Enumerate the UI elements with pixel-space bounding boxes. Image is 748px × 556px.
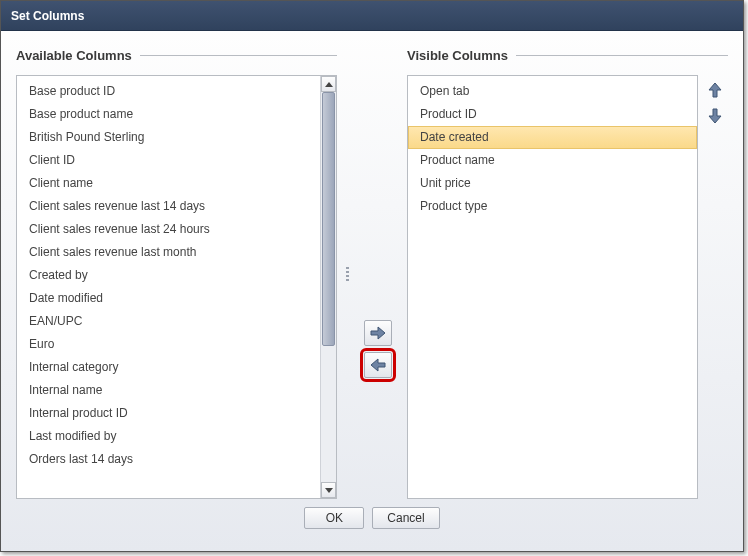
list-item[interactable]: EAN/UPC xyxy=(17,310,320,333)
reorder-controls xyxy=(702,75,728,499)
transfer-controls xyxy=(357,48,399,499)
available-header: Available Columns xyxy=(16,48,337,63)
list-item[interactable]: Client sales revenue last 14 days xyxy=(17,195,320,218)
scroll-down-button[interactable] xyxy=(321,482,336,498)
visible-label: Visible Columns xyxy=(407,48,508,63)
visible-list-inner: Open tabProduct IDDate createdProduct na… xyxy=(408,76,697,498)
list-item[interactable]: British Pound Sterling xyxy=(17,126,320,149)
list-item[interactable]: Product ID xyxy=(408,103,697,126)
list-item[interactable]: Base product ID xyxy=(17,80,320,103)
scroll-up-button[interactable] xyxy=(321,76,336,92)
move-left-button[interactable] xyxy=(364,352,392,378)
list-item[interactable]: Client name xyxy=(17,172,320,195)
triangle-up-icon xyxy=(325,82,333,87)
arrow-down-icon xyxy=(708,108,722,124)
scroll-thumb[interactable] xyxy=(322,92,335,346)
arrow-right-icon xyxy=(370,326,386,340)
visible-header: Visible Columns xyxy=(407,48,728,63)
list-item[interactable]: Unit price xyxy=(408,172,697,195)
visible-listbox[interactable]: Open tabProduct IDDate createdProduct na… xyxy=(407,75,698,499)
dialog-content: Available Columns Base product IDBase pr… xyxy=(1,31,743,551)
scrollbar[interactable] xyxy=(320,76,336,498)
visible-fieldset: Visible Columns Open tabProduct IDDate c… xyxy=(407,48,728,499)
list-item[interactable]: Orders last 14 days xyxy=(17,448,320,471)
list-item[interactable]: Euro xyxy=(17,333,320,356)
list-item[interactable]: Product name xyxy=(408,149,697,172)
list-item[interactable]: Open tab xyxy=(408,80,697,103)
cancel-button[interactable]: Cancel xyxy=(372,507,439,529)
move-up-button[interactable] xyxy=(704,79,726,101)
titlebar[interactable]: Set Columns xyxy=(1,1,743,31)
dialog-window: Set Columns Available Columns Base produ… xyxy=(0,0,744,552)
ok-button[interactable]: OK xyxy=(304,507,364,529)
available-fieldset: Available Columns Base product IDBase pr… xyxy=(16,48,337,499)
divider xyxy=(140,55,337,56)
divider xyxy=(516,55,728,56)
list-item[interactable]: Base product name xyxy=(17,103,320,126)
list-item[interactable]: Created by xyxy=(17,264,320,287)
list-item[interactable]: Client ID xyxy=(17,149,320,172)
list-item[interactable]: Date created xyxy=(408,126,697,149)
dialog-title: Set Columns xyxy=(11,9,84,23)
list-item[interactable]: Internal product ID xyxy=(17,402,320,425)
move-right-button[interactable] xyxy=(364,320,392,346)
dialog: Set Columns Available Columns Base produ… xyxy=(1,1,743,551)
available-listbox[interactable]: Base product IDBase product nameBritish … xyxy=(16,75,337,499)
splitter-grip[interactable] xyxy=(345,48,349,499)
available-list-inner: Base product IDBase product nameBritish … xyxy=(17,76,320,498)
list-item[interactable]: Client sales revenue last 24 hours xyxy=(17,218,320,241)
move-down-button[interactable] xyxy=(704,105,726,127)
list-item[interactable]: Internal name xyxy=(17,379,320,402)
columns-area: Available Columns Base product IDBase pr… xyxy=(16,48,728,499)
triangle-down-icon xyxy=(325,488,333,493)
list-item[interactable]: Product type xyxy=(408,195,697,218)
list-item[interactable]: Client sales revenue last month xyxy=(17,241,320,264)
scroll-track[interactable] xyxy=(321,92,336,482)
list-item[interactable]: Date modified xyxy=(17,287,320,310)
available-label: Available Columns xyxy=(16,48,132,63)
list-item[interactable]: Internal category xyxy=(17,356,320,379)
arrow-left-icon xyxy=(370,358,386,372)
dialog-footer: OK Cancel xyxy=(16,499,728,541)
list-item[interactable]: Last modified by xyxy=(17,425,320,448)
visible-wrap: Open tabProduct IDDate createdProduct na… xyxy=(407,75,728,499)
arrow-up-icon xyxy=(708,82,722,98)
